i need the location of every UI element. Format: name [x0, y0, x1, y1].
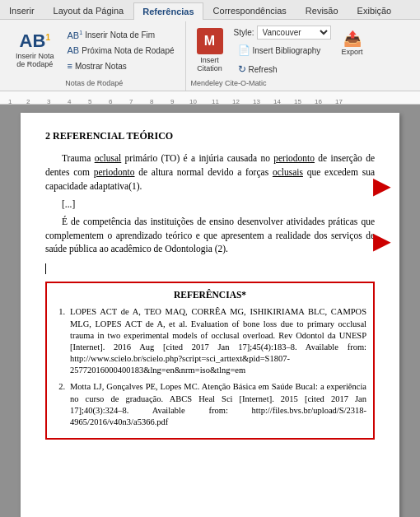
proxima-nota-label: Próxima Nota de Rodapé — [82, 46, 174, 55]
reference-item-2: 2. Motta LJ, Gonçalves PE, Lopes MC. Ate… — [54, 381, 366, 428]
section-heading: 2 REFERENCIAL TEÓRICO — [45, 129, 375, 143]
cursor-container — [45, 261, 46, 275]
notas-buttons: AB1 Inserir Notade Rodapé AB1 Inserir No… — [10, 23, 179, 77]
tab-referencias[interactable]: Referências — [133, 2, 203, 20]
style-select[interactable]: Vancouver — [257, 26, 331, 40]
mendeley-right: Style: Vancouver 📄 Insert Bibliography ↻… — [234, 24, 331, 77]
ribbon-tabs-bar: Inserir Layout da Página Referências Cor… — [0, 0, 420, 20]
document-page[interactable]: 2 REFERENCIAL TEÓRICO Trauma oclusal pri… — [21, 113, 399, 517]
tab-revisao[interactable]: Revisão — [296, 2, 348, 19]
group-notas-rodape: AB1 Inserir Notade Rodapé AB1 Inserir No… — [3, 21, 186, 91]
reference-item-1: 1. LOPES ACT de A, TEO MAQ, CORRÊA MG, I… — [54, 306, 366, 376]
inserir-nota-fim-button[interactable]: AB1 Inserir Nota de Fim — [63, 27, 179, 43]
refresh-label: Refresh — [249, 65, 278, 74]
ab-icon: AB1 — [20, 32, 50, 50]
references-box: REFERÊNCIAS* 1. LOPES ACT de A, TEO MAQ,… — [45, 282, 375, 440]
mostrar-notas-button[interactable]: ≡ Mostrar Notas — [63, 58, 179, 73]
mostrar-icon: ≡ — [68, 61, 72, 71]
insert-bibliography-button[interactable]: 📄 Insert Bibliography — [234, 42, 331, 58]
notas-group-label: Notas de Rodapé — [65, 77, 123, 89]
export-icon: 📤 — [343, 30, 362, 48]
inserir-nota-fim-label: Inserir Nota de Fim — [85, 30, 155, 40]
paragraph2-container: É de competência das instituições de ens… — [45, 215, 375, 256]
oclusais-underline: oclusais — [273, 167, 303, 177]
references-title: REFERÊNCIAS* — [54, 288, 366, 302]
bibliography-icon: 📄 — [238, 44, 250, 56]
export-label: Export — [342, 48, 363, 56]
notas-small-buttons: AB1 Inserir Nota de Fim AB Próxima Nota … — [63, 27, 179, 74]
mendeley-group-label: Mendeley Cite-O-Matic — [191, 77, 267, 89]
nota-fim-icon: AB1 — [68, 30, 83, 40]
text-cursor — [45, 263, 46, 274]
periodonto-underline2: periodonto — [94, 167, 135, 177]
inserir-nota-rodape-button[interactable]: AB1 Inserir Notade Rodapé — [10, 28, 60, 72]
document-area: 2 REFERENCIAL TEÓRICO Trauma oclusal pri… — [0, 105, 420, 517]
ribbon-content: AB1 Inserir Notade Rodapé AB1 Inserir No… — [0, 20, 420, 91]
refresh-button[interactable]: ↻ Refresh — [234, 61, 331, 77]
inserir-nota-label: Inserir Notade Rodapé — [16, 52, 54, 68]
tab-inserir[interactable]: Inserir — [0, 2, 44, 19]
ellipsis: [...] — [62, 198, 375, 212]
insert-citation-label: InsertCitation — [197, 56, 222, 72]
mendeley-content: M InsertCitation Style: Vancouver 📄 Inse — [191, 24, 369, 77]
mostrar-notas-label: Mostrar Notas — [75, 62, 127, 71]
insert-citation-group: M InsertCitation — [191, 24, 229, 77]
style-row: Style: Vancouver — [234, 26, 331, 40]
refresh-icon: ↻ — [238, 63, 246, 75]
paragraph2: É de competência das instituições de ens… — [45, 215, 375, 256]
arrow-icon-2: ▶ — [373, 231, 390, 253]
insert-citation-button[interactable]: M InsertCitation — [191, 24, 229, 77]
proxima-nota-icon: AB — [68, 45, 80, 55]
paragraph1-container: Trauma oclusal primário (TO) é a injúria… — [45, 151, 375, 193]
ribbon: Inserir Layout da Página Referências Cor… — [0, 0, 420, 91]
arrow-icon-1: ▶ — [373, 176, 390, 198]
tab-exibicao[interactable]: Exibição — [348, 2, 401, 19]
tab-correspondencias[interactable]: Correspondências — [204, 2, 296, 19]
insert-bibliography-label: Insert Bibliography — [253, 46, 321, 55]
ref-content-1: LOPES ACT de A, TEO MAQ, CORRÊA MG, ISHI… — [70, 306, 366, 376]
tab-layout[interactable]: Layout da Página — [44, 2, 133, 19]
proxima-nota-button[interactable]: AB Próxima Nota de Rodapé — [63, 43, 179, 58]
ref-content-2: Motta LJ, Gonçalves PE, Lopes MC. Atençã… — [70, 381, 366, 428]
mendeley-m-icon: M — [197, 28, 223, 54]
ref-num-1: 1. — [54, 306, 65, 376]
export-button[interactable]: 📤 Export — [336, 26, 369, 60]
style-label: Style: — [234, 28, 254, 37]
group-mendeley: M InsertCitation Style: Vancouver 📄 Inse — [186, 21, 374, 91]
periodonto-underline1: periodonto — [273, 153, 315, 163]
paragraph1: Trauma oclusal primário (TO) é a injúria… — [45, 151, 375, 193]
ruler: 1 2 3 4 5 6 7 8 9 10 11 12 13 14 15 16 1… — [0, 91, 420, 105]
oclusal-underline: oclusal — [95, 153, 122, 163]
ref-num-2: 2. — [54, 381, 65, 428]
